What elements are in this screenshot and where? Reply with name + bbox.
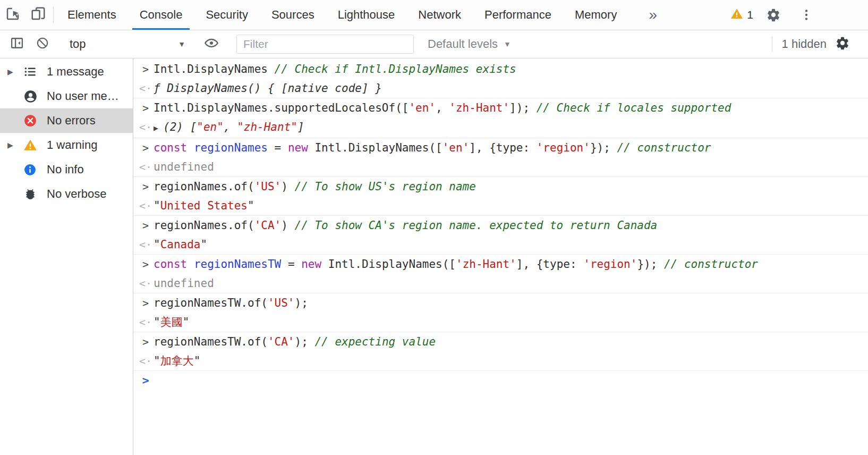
token-plain: }); [590, 141, 617, 154]
token-string: 'zh-Hant' [456, 258, 516, 271]
issues-warning-badge[interactable]: 1 [730, 7, 753, 22]
sidebar-item-no-info[interactable]: No info [0, 157, 133, 182]
console-line-text: const regionNames = new Intl.DisplayName… [154, 141, 863, 155]
settings-gear-icon[interactable] [761, 7, 786, 22]
token-string: 加拿大 [160, 355, 194, 367]
console-prompt-row[interactable]: > [133, 370, 868, 390]
input-chevron-icon: > [138, 180, 154, 193]
list-icon [23, 65, 46, 79]
token-string: 'en' [442, 141, 470, 154]
console-input-row: >const regionNames = new Intl.DisplayNam… [133, 138, 868, 157]
token-fn: ƒ DisplayNames() { [native code] } [154, 82, 382, 95]
sidebar-item-label: 1 message [47, 65, 104, 79]
tab-label: Memory [575, 8, 617, 22]
token-plain: " [194, 355, 201, 367]
sidebar-item-no-errors[interactable]: No errors [0, 108, 133, 133]
sidebar-item-label: No verbose [47, 187, 107, 201]
token-itred: "en" [197, 121, 224, 133]
tab-lighthouse[interactable]: Lighthouse [326, 0, 407, 30]
device-toolbar-button[interactable] [25, 0, 51, 30]
console-line-text: "United States" [154, 199, 863, 213]
devtools-tabbar: ElementsConsoleSecuritySourcesLighthouse… [0, 0, 868, 30]
token-plain: " [154, 238, 160, 251]
token-plain: = [281, 258, 301, 271]
prompt-chevron-icon: > [138, 374, 154, 387]
console-panel-body: ▶1 messageNo user me…No errors▶1 warning… [0, 58, 868, 455]
warning-icon [23, 138, 46, 152]
execution-context-selector[interactable]: top ▼ [60, 37, 194, 51]
filter-input[interactable] [236, 35, 414, 54]
token-comment: // expecting value [314, 335, 436, 348]
token-plain: Intl.DisplayNames([ [308, 141, 442, 154]
divider [53, 7, 54, 23]
token-string: 'US' [268, 297, 295, 309]
token-plain: regionNamesTW.of( [154, 297, 268, 309]
token-comment: // Check if Intl.DisplayNames exists [275, 63, 516, 75]
token-plain: " [183, 316, 190, 328]
token-plain [187, 258, 194, 271]
tab-label: Sources [271, 8, 314, 22]
inspect-element-button[interactable] [0, 0, 25, 30]
expand-triangle-icon[interactable]: ▶ [154, 123, 163, 133]
console-toolbar-right: 1 hidden [771, 36, 868, 53]
sidebar-item-no-verbose[interactable]: No verbose [0, 182, 133, 206]
input-chevron-icon: > [138, 141, 154, 155]
token-plain: " [154, 199, 160, 212]
sidebar-item-1-warning[interactable]: ▶1 warning [0, 133, 133, 157]
tab-label: Lighthouse [338, 8, 395, 22]
token-plain: ]); [509, 102, 537, 114]
sidebar-item-no-user-me[interactable]: No user me… [0, 84, 133, 108]
sidebar-item-label: No info [47, 163, 84, 176]
tab-label: Network [418, 8, 461, 22]
token-gray: undefined [154, 277, 214, 290]
sidebar-item-label: 1 warning [47, 138, 97, 152]
verbose-icon [23, 187, 46, 201]
console-line-text: regionNamesTW.of('US'); [154, 296, 863, 310]
tab-sources[interactable]: Sources [260, 0, 326, 30]
more-tabs-button[interactable]: » [641, 0, 665, 30]
sidebar-item-label: No errors [47, 114, 96, 128]
console-settings-gear-icon[interactable] [835, 36, 850, 53]
clear-console-button[interactable] [30, 36, 55, 52]
more-options-kebab-icon[interactable] [794, 8, 819, 22]
token-plain: = [268, 141, 288, 154]
console-messages: >Intl.DisplayNames // Check if Intl.Disp… [133, 58, 868, 455]
tab-elements[interactable]: Elements [56, 0, 128, 30]
expand-arrow-icon[interactable]: ▶ [7, 68, 23, 76]
token-string: Canada [160, 238, 201, 251]
result-arrow-icon: <· [138, 81, 154, 95]
console-result-row: <·"United States" [133, 196, 868, 215]
expand-arrow-icon[interactable]: ▶ [7, 141, 23, 149]
tab-performance[interactable]: Performance [473, 0, 563, 30]
hidden-messages-link[interactable]: 1 hidden [782, 37, 827, 51]
input-chevron-icon: > [138, 62, 154, 76]
token-keyword: const [154, 258, 187, 271]
console-sidebar-toggle-button[interactable] [4, 36, 30, 53]
console-toolbar: top ▼ Default levels ▼ 1 hidden [0, 30, 868, 58]
token-itdark: , [224, 121, 237, 133]
token-string: 美國 [160, 316, 183, 328]
sidebar-item-1-message[interactable]: ▶1 message [0, 60, 133, 84]
tab-network[interactable]: Network [406, 0, 473, 30]
token-plain: , [436, 102, 449, 114]
tab-label: Security [206, 8, 248, 22]
create-live-expression-button[interactable] [199, 36, 224, 53]
tab-console[interactable]: Console [128, 0, 194, 30]
tab-label: Performance [484, 8, 551, 22]
console-line-text: undefined [154, 276, 863, 290]
token-comment: // To show US's region name [295, 180, 476, 193]
input-chevron-icon: > [138, 218, 154, 232]
token-string: 'CA' [268, 335, 295, 348]
log-levels-dropdown[interactable]: Default levels ▼ [428, 37, 511, 51]
result-arrow-icon: <· [138, 199, 154, 213]
token-def: regionNames [194, 141, 268, 154]
console-line-text: Intl.DisplayNames.supportedLocalesOf(['e… [154, 101, 863, 115]
tab-memory[interactable]: Memory [563, 0, 628, 30]
console-input-row: >regionNames.of('CA') // To show CA's re… [133, 215, 868, 235]
token-plain: ); [295, 297, 308, 309]
tab-security[interactable]: Security [194, 0, 259, 30]
console-result-row: <·undefined [133, 157, 868, 176]
console-result-row: <·"Canada" [133, 235, 868, 254]
result-arrow-icon: <· [138, 354, 154, 368]
result-arrow-icon: <· [138, 276, 154, 290]
